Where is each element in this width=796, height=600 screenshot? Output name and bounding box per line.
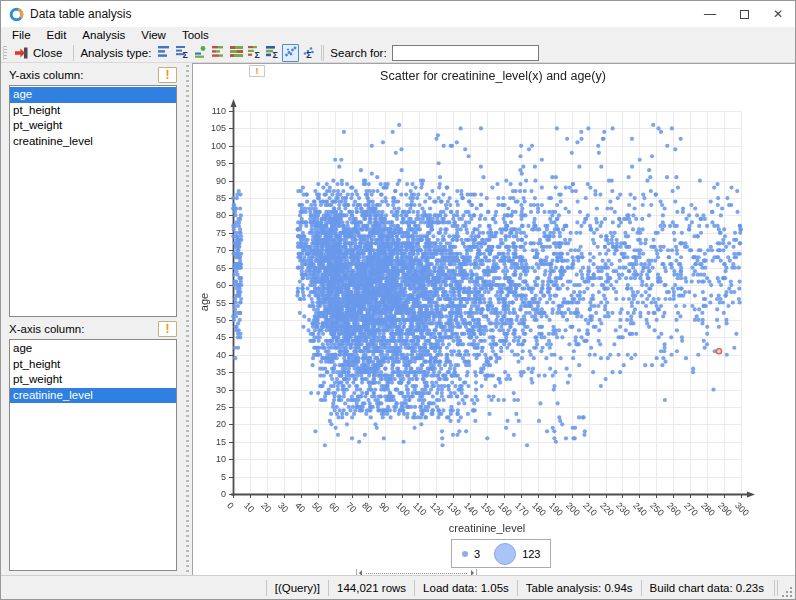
grouped-bar-sum-button[interactable]: Σ (246, 44, 263, 62)
resize-grip-icon[interactable] (780, 585, 794, 599)
search-input[interactable] (392, 45, 539, 61)
chart-panel: ! Scatter for creatinine_level(x) and ag… (192, 63, 795, 575)
maximize-button[interactable] (727, 1, 761, 27)
y-axis-item-age[interactable]: age (10, 87, 176, 103)
legend-small-label: 3 (474, 548, 480, 560)
status-item: Load data: 1.05s (414, 580, 517, 596)
analysis-type-label: Analysis type: (80, 47, 151, 59)
x-axis-column-list: agept_heightpt_weightcreatinine_level (9, 339, 177, 571)
exit-icon (14, 46, 29, 60)
close-window-button[interactable]: ✕ (761, 1, 795, 27)
chart-title: Scatter for creatinine_level(x) and age(… (233, 69, 753, 83)
svg-text:Σ: Σ (183, 50, 189, 58)
x-axis-column-label: X-axis column: (9, 323, 158, 335)
status-item: Table analysis: 0.94s (517, 580, 641, 596)
app-window: Data table analysis — ✕ FileEditAnalysis… (0, 0, 796, 600)
legend-large-label: 123 (522, 548, 540, 560)
scatter-plot-canvas[interactable] (193, 64, 795, 564)
size-legend: 3 123 (451, 539, 551, 568)
search-label: Search for: (330, 47, 386, 59)
y-axis-column-label: Y-axis column: (9, 69, 158, 81)
minimize-button[interactable]: — (693, 1, 727, 27)
legend-small-bubble-icon (462, 551, 468, 557)
window-title: Data table analysis (30, 7, 131, 21)
x-axis-warning-button[interactable]: ! (158, 321, 177, 337)
hbar-chart-icon (158, 45, 171, 60)
stacked-bar-icon (230, 45, 243, 60)
hbar-sum-icon: Σ (176, 45, 189, 60)
dot-plot-icon (194, 45, 207, 60)
title-bar: Data table analysis — ✕ (1, 1, 795, 27)
status-bar: [(Query)]144,021 rowsLoad data: 1.05sTab… (1, 575, 795, 599)
y-axis-column-list: agept_heightpt_weightcreatinine_level (9, 85, 177, 317)
y-axis-item-creatinine_level[interactable]: creatinine_level (10, 134, 176, 150)
legend-large-bubble-icon (494, 543, 516, 565)
close-analysis-label: Close (33, 47, 62, 59)
sidebar-splitter[interactable] (184, 63, 192, 575)
scatter-icon (284, 45, 297, 60)
menu-file[interactable]: File (4, 27, 39, 43)
hbar-chart-button[interactable] (156, 44, 173, 62)
grouped-bar-button[interactable] (210, 44, 227, 62)
menu-edit[interactable]: Edit (39, 27, 75, 43)
dot-plot-button[interactable] (192, 44, 209, 62)
scatter-sum-icon: Σ (302, 45, 315, 60)
y-axis-warning-button[interactable]: ! (158, 67, 177, 83)
maximize-icon (740, 10, 749, 19)
analysis-type-buttons: ΣΣΣΣ (156, 44, 317, 62)
status-item: Build chart data: 0.23s (641, 580, 772, 596)
app-icon (9, 7, 24, 22)
grouped-bar-icon (212, 45, 225, 60)
main-content: Y-axis column: ! agept_heightpt_weightcr… (1, 63, 795, 575)
stacked-bar-sum-icon: Σ (266, 45, 279, 60)
stacked-bar-button[interactable] (228, 44, 245, 62)
x-axis-title: creatinine_level (233, 522, 741, 534)
status-item: 144,021 rows (328, 580, 414, 596)
menu-analysis[interactable]: Analysis (74, 27, 133, 43)
svg-text:Σ: Σ (273, 50, 279, 58)
svg-text:Σ: Σ (306, 49, 312, 58)
toolbar: Close Analysis type: ΣΣΣΣ Search for: (1, 43, 795, 63)
y-axis-item-pt_height[interactable]: pt_height (10, 103, 176, 119)
scatter-button[interactable] (282, 44, 299, 62)
x-axis-item-age[interactable]: age (10, 341, 176, 357)
menu-tools[interactable]: Tools (174, 27, 217, 43)
x-axis-item-creatinine_level[interactable]: creatinine_level (10, 388, 176, 404)
close-analysis-button[interactable]: Close (10, 44, 69, 62)
y-axis-title: age (198, 277, 210, 327)
grouped-bar-sum-icon: Σ (248, 45, 261, 60)
toolbar-grip[interactable] (3, 46, 7, 60)
sidebar: Y-axis column: ! agept_heightpt_weightcr… (1, 63, 184, 575)
status-item: [(Query)] (266, 580, 328, 596)
svg-text:Σ: Σ (255, 50, 261, 58)
menu-bar: FileEditAnalysisViewTools (1, 27, 795, 43)
y-axis-item-pt_weight[interactable]: pt_weight (10, 118, 176, 134)
scatter-sum-button[interactable]: Σ (300, 44, 317, 62)
stacked-bar-sum-button[interactable]: Σ (264, 44, 281, 62)
x-axis-item-pt_height[interactable]: pt_height (10, 357, 176, 373)
x-axis-item-pt_weight[interactable]: pt_weight (10, 372, 176, 388)
menu-view[interactable]: View (133, 27, 174, 43)
hbar-sum-button[interactable]: Σ (174, 44, 191, 62)
